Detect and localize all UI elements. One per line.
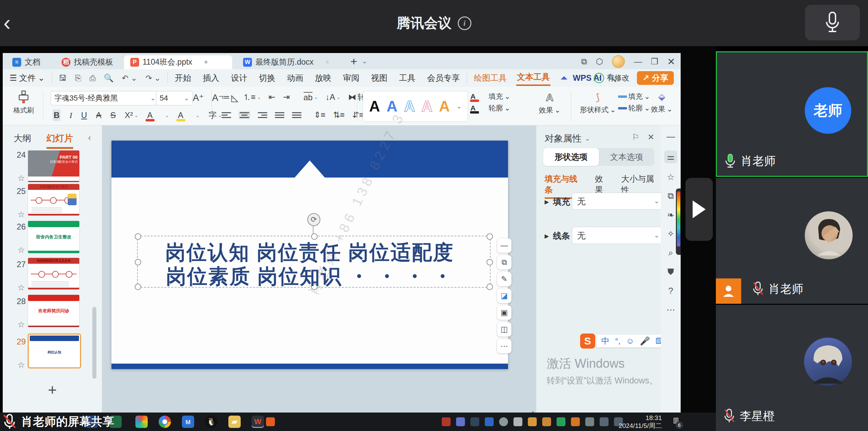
slide-text-line2[interactable]: 岗位素质 岗位知识 ・ ・ ・ ・ [111,263,508,290]
circled-char-button[interactable]: 字⌄ [209,110,222,121]
qq-icon[interactable]: 🐧 [205,416,217,428]
dock-more-icon[interactable]: ⋯ [667,305,675,315]
menu-slideshow[interactable]: 放映 [314,71,332,85]
align-right-button[interactable] [258,112,267,118]
workspace-icon[interactable]: ⬡ [596,57,603,66]
file-explorer-icon[interactable]: ▰ [228,416,241,428]
distribute-button[interactable] [292,112,302,118]
microphone-button[interactable] [805,5,860,40]
shape-effect-button[interactable]: 效果 ⌄ [651,104,673,114]
shape-style-button[interactable]: 形状样式 ⌄ [580,105,616,115]
expand-arrow-icon[interactable]: ▸ [545,231,549,241]
justify-button[interactable] [275,112,284,118]
participant-tile-3[interactable]: 李星橙 [716,305,868,431]
text-outline-button[interactable]: A轮廓 ⌄ [470,103,510,113]
menu-member[interactable]: 会员专享 [426,71,460,85]
tray-shield-icon[interactable] [499,417,508,426]
tray-sogou-icon[interactable] [266,417,275,426]
menu-view[interactable]: 视图 [370,71,388,85]
menu-start[interactable]: 开始 [174,71,192,85]
dock-search-doc-icon[interactable]: ⌕ [668,248,673,258]
slide-text-line1[interactable]: 岗位认知 岗位责任 岗位适配度 [111,239,508,266]
numbered-list-button[interactable]: ⒈≡⌄ [243,92,261,103]
star-icon[interactable]: ☆ [15,245,27,255]
doc-tab-pptx-active[interactable]: P 1104班会.pptx [124,55,232,69]
add-slide-button[interactable]: + [3,381,102,399]
collapse-toolbar-icon[interactable]: — [497,238,511,253]
char-spacing-button[interactable]: ab⌄ [304,92,318,102]
emoji-icon[interactable]: ☺ [626,336,635,346]
wps-taskbar-icon[interactable]: W [252,416,264,428]
slide-thumbnail-24[interactable]: PART 06 日常消防安全小常识 [28,150,80,182]
copy-window-icon[interactable]: ⧉ [581,57,587,66]
tray-window-icon[interactable] [542,417,551,426]
star-icon[interactable]: ☆ [15,210,27,219]
bullet-list-button[interactable]: ≔⌄ [222,92,235,102]
italic-button[interactable]: I [69,111,72,120]
ime-mic-icon[interactable]: 🎤 [640,336,650,346]
bold-button[interactable]: B [53,109,61,121]
more-options-icon[interactable]: ⋯ [497,339,511,353]
tray-battery-icon[interactable] [600,417,609,426]
wordart-gallery[interactable]: A A A A A ⌄ [363,91,468,122]
layers-icon[interactable]: ⧉ [497,255,511,270]
wordart-more-icon[interactable]: ⌄ [456,103,462,110]
wordart-style-4[interactable]: A [422,98,432,115]
fill-select[interactable]: 无⌄ [572,193,664,210]
close-panel-icon[interactable]: ✕ [647,132,654,142]
tray-icon[interactable] [528,417,537,426]
participant-tile-2[interactable]: 肖老师 [716,178,868,304]
doc-tab-templates[interactable]: 稻 找稿壳模板 [55,55,119,69]
info-icon[interactable]: i [458,16,471,30]
char-strike-button[interactable]: A [96,110,102,120]
smart-graphic-icon[interactable]: ◫ [497,322,511,337]
print-preview-icon[interactable]: 🔍 [103,72,115,84]
share-button[interactable]: ↗ 分享 [637,71,674,85]
tray-meeting-icon[interactable] [485,417,494,426]
superscript-button[interactable]: X²⌄ [125,110,138,120]
panel-scrollbar[interactable] [92,307,96,379]
slide-thumbnail-25[interactable]: 日常消防安全小常识 [28,184,80,216]
expand-video-panel-button[interactable] [685,178,713,241]
menu-insert[interactable]: 插入 [202,71,220,85]
dock-skin-icon[interactable]: ⛊ [668,267,674,277]
fill-color-icon[interactable]: ◪ [497,289,511,303]
tray-network-icon[interactable] [585,417,594,426]
restore-icon[interactable]: ❐ [651,57,658,66]
tray-icon[interactable] [442,417,451,426]
text-options-tab[interactable]: 文本选项 [599,148,655,166]
para-spacing-button[interactable]: ⇅≡ [333,110,345,120]
align-left-button[interactable] [222,112,231,118]
slide-thumbnail-29-selected[interactable]: 岗位认知 [28,334,81,368]
menu-transition[interactable]: 切换 [258,71,276,85]
font-name-select[interactable]: 字魂35号-经典雅黑⌄ [51,91,159,105]
modified-status[interactable]: ✓ 有修改 [594,73,629,83]
wordart-style-1[interactable]: A [369,98,380,115]
text-direction-button[interactable]: ↓A⌄ [325,92,340,102]
slides-tab[interactable]: 幻灯片 [46,132,73,149]
doc-tab-home[interactable]: ≡ 文档 [6,55,46,69]
pin-icon[interactable]: ⚐ [632,132,639,142]
collapse-panel-icon[interactable]: ‹ [88,132,91,149]
dock-help-icon[interactable]: ? [668,286,673,296]
wordart-style-5[interactable]: A [439,98,450,115]
dock-star-icon[interactable]: ☆ [667,172,675,182]
taskbar-clock[interactable]: 18:31 2024/11/5/周二 [619,414,662,430]
menu-tools[interactable]: 工具 [398,71,416,85]
font-size-select[interactable]: 54⌄ [156,91,193,105]
tray-firewall-icon[interactable] [571,417,580,426]
print-icon[interactable]: ⎙ [89,72,96,84]
output-icon[interactable]: ⎘ [74,72,82,84]
account-avatar[interactable] [612,55,625,68]
increase-font-button[interactable]: A⁺ [193,92,204,103]
line-select[interactable]: 无⌄ [572,227,664,244]
star-icon[interactable]: ☆ [15,283,27,292]
tray-green-shield-icon[interactable] [557,417,565,426]
slide-thumbnail-27[interactable]: 秋招招聘面试常见及必考 [28,258,80,290]
close-icon[interactable]: ✕ [667,56,675,67]
doc-tab-docx[interactable]: W 最终版简历.docx [237,55,342,69]
ime-punct[interactable]: °, [615,336,620,346]
chrome-icon[interactable] [159,416,171,428]
highlight-color-button[interactable]: A⌄ [178,110,200,120]
star-icon[interactable]: ☆ [15,320,27,329]
